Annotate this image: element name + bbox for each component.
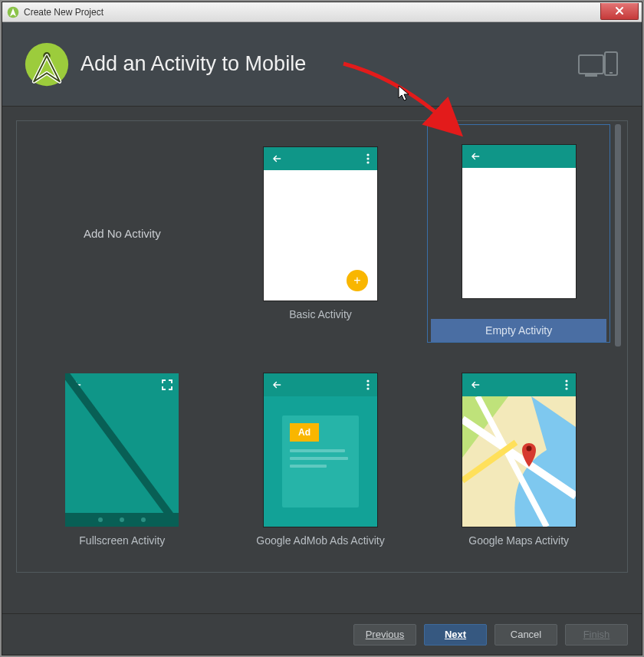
activity-label: Fullscreen Activity (79, 534, 165, 547)
svg-point-9 (366, 161, 369, 163)
close-button[interactable] (600, 3, 639, 20)
window-title: Create New Project (24, 7, 104, 18)
activity-thumbnail (462, 145, 576, 298)
svg-point-11 (366, 383, 369, 386)
activity-option-fullscreen[interactable]: Fullscreen Activity (31, 350, 214, 569)
activity-option-admob[interactable]: Ad Google AdMob Ads Activity (229, 350, 412, 569)
activity-label: Google AdMob Ads Activity (256, 534, 384, 547)
android-studio-logo-icon (24, 41, 70, 87)
activity-thumbnail (462, 373, 576, 527)
window-titlebar: Create New Project (2, 2, 642, 22)
svg-rect-4 (585, 74, 597, 77)
device-icon (577, 49, 620, 80)
ad-badge: Ad (290, 423, 319, 442)
wizard-footer: Previous Next Cancel Finish (2, 613, 642, 655)
back-arrow-icon (271, 379, 282, 390)
overflow-menu-icon (366, 379, 370, 390)
activity-label: Add No Activity (84, 227, 161, 240)
svg-point-17 (526, 445, 531, 451)
map-illustration (462, 396, 576, 527)
cancel-button[interactable]: Cancel (495, 624, 557, 646)
svg-point-10 (366, 379, 369, 382)
wizard-window: Create New Project Add an Activity to Mo… (2, 2, 642, 655)
activity-option-none[interactable]: Add No Activity (31, 124, 214, 343)
activity-grid-container: Add No Activity + Basic Activity (16, 120, 628, 573)
activity-thumbnail (65, 373, 179, 527)
nav-bar-decoration (65, 513, 179, 527)
svg-rect-5 (605, 52, 617, 75)
app-icon (7, 6, 19, 18)
svg-point-8 (366, 157, 369, 159)
diagonal-decoration (65, 373, 179, 527)
scrollbar[interactable] (615, 124, 621, 569)
back-arrow-icon (470, 379, 481, 390)
wizard-header: Add an Activity to Mobile (2, 22, 642, 107)
activity-label: Empty Activity (431, 319, 606, 342)
svg-point-12 (366, 387, 369, 389)
activity-option-maps[interactable]: Google Maps Activity (427, 350, 610, 569)
previous-button[interactable]: Previous (353, 624, 416, 646)
activity-label: Google Maps Activity (468, 534, 569, 547)
activity-option-empty[interactable]: Empty Activity (427, 124, 610, 343)
svg-point-7 (366, 153, 369, 156)
activity-option-basic[interactable]: + Basic Activity (229, 124, 412, 343)
activity-grid: Add No Activity + Basic Activity (31, 124, 610, 569)
overflow-menu-icon (565, 379, 568, 390)
back-arrow-icon (271, 153, 282, 164)
overflow-menu-icon (366, 153, 370, 164)
svg-point-14 (565, 383, 567, 386)
activity-thumbnail: + (264, 147, 377, 301)
svg-rect-3 (579, 55, 603, 74)
svg-point-13 (565, 379, 567, 382)
fab-icon: + (347, 270, 368, 291)
close-icon (615, 6, 624, 15)
activity-thumbnail: Ad (264, 373, 377, 527)
svg-point-15 (565, 387, 567, 389)
scrollbar-thumb[interactable] (615, 124, 621, 347)
page-title: Add an Activity to Mobile (80, 52, 306, 76)
svg-rect-6 (610, 72, 613, 74)
activity-label: Basic Activity (289, 308, 352, 320)
finish-button: Finish (565, 624, 628, 646)
svg-point-1 (25, 42, 68, 85)
back-arrow-icon (470, 151, 481, 162)
next-button[interactable]: Next (424, 624, 487, 646)
